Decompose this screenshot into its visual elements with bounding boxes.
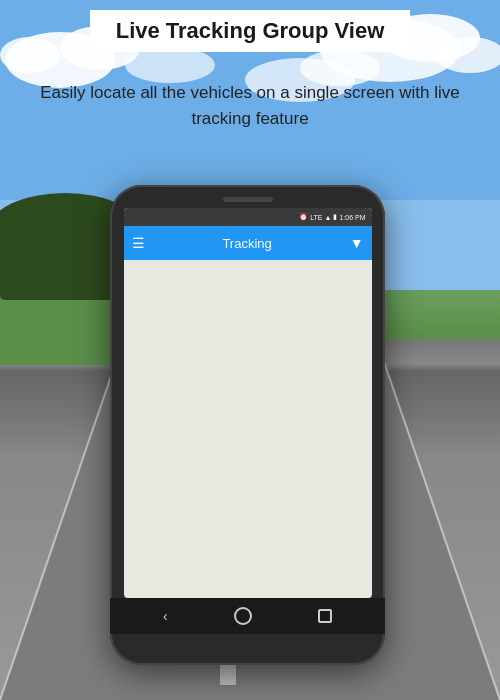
signal-icon: LTE xyxy=(310,214,322,221)
title-box: Live Tracking Group View xyxy=(90,10,410,52)
phone-screen: ⏰ LTE ▲ ▮ 1:06 PM ☰ Tracking ▼ xyxy=(124,208,372,598)
subtitle-text: Easily locate all the vehicles on a sing… xyxy=(40,80,460,131)
back-button[interactable]: ‹ xyxy=(163,608,168,624)
app-bar-title: Tracking xyxy=(222,236,271,251)
recents-button[interactable] xyxy=(318,609,332,623)
menu-icon[interactable]: ☰ xyxy=(132,235,145,251)
filter-icon[interactable]: ▼ xyxy=(350,235,364,251)
alarm-icon: ⏰ xyxy=(299,213,308,221)
home-button[interactable] xyxy=(234,607,252,625)
status-icons: ⏰ LTE ▲ ▮ 1:06 PM xyxy=(299,213,365,221)
wifi-icon: ▲ xyxy=(324,214,331,221)
status-bar: ⏰ LTE ▲ ▮ 1:06 PM xyxy=(124,208,372,226)
time-display: 1:06 PM xyxy=(339,214,365,221)
phone-frame: ⏰ LTE ▲ ▮ 1:06 PM ☰ Tracking ▼ xyxy=(110,185,385,665)
app-bar: ☰ Tracking ▼ xyxy=(124,226,372,260)
phone-speaker xyxy=(223,197,273,202)
page-title: Live Tracking Group View xyxy=(102,18,398,44)
bottom-nav: ‹ xyxy=(110,598,385,634)
battery-icon: ▮ xyxy=(333,213,337,221)
